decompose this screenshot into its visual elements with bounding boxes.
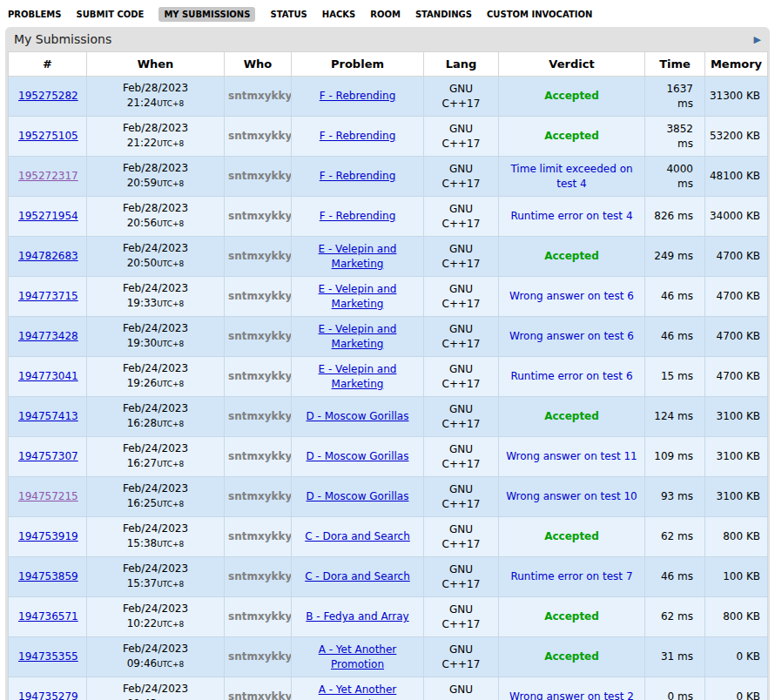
user-link[interactable]: sntmxykky (228, 530, 292, 542)
lang-text: GNU C++17 (438, 442, 485, 472)
submission-when-cell: Feb/24/2023 19:30UTC+8 (87, 317, 225, 357)
submission-when-cell: Feb/24/2023 20:50UTC+8 (87, 237, 225, 277)
submission-id-link[interactable]: 194753859 (18, 570, 78, 582)
problem-link[interactable]: E - Velepin and Marketing (319, 363, 397, 390)
problem-link[interactable]: E - Velepin and Marketing (319, 323, 397, 350)
problem-link[interactable]: A - Yet Another Promotion (319, 683, 397, 700)
submission-id-cell: 194753919 (9, 517, 87, 557)
problem-link[interactable]: E - Velepin and Marketing (319, 283, 397, 310)
submission-verdict-cell: Accepted (499, 637, 645, 677)
submission-id-link[interactable]: 194757413 (18, 410, 78, 422)
submission-verdict-cell: Accepted (499, 77, 645, 117)
nav-item-submit-code[interactable]: SUBMIT CODE (77, 10, 145, 19)
problem-link[interactable]: D - Moscow Gorillas (307, 410, 409, 422)
submission-lang-cell: GNU C++17 (424, 117, 499, 157)
submission-problem-cell: C - Dora and Search (292, 557, 424, 597)
submission-exec-time-cell: 46 ms (645, 317, 705, 357)
submission-exec-time-cell: 93 ms (645, 477, 705, 517)
submission-id-link[interactable]: 194757307 (18, 450, 78, 462)
submission-exec-time-cell: 46 ms (645, 557, 705, 597)
submission-problem-cell: E - Velepin and Marketing (292, 357, 424, 397)
submission-id-link[interactable]: 194735355 (18, 650, 78, 663)
problem-link[interactable]: D - Moscow Gorillas (307, 490, 409, 502)
submission-memory-cell: 100 KB (705, 557, 768, 597)
user-link[interactable]: sntmxykky (228, 90, 292, 102)
column-header-who: Who (225, 52, 292, 77)
submission-id-link[interactable]: 194736571 (18, 610, 78, 623)
submission-id-link[interactable]: 194757215 (18, 490, 78, 502)
nav-item-problems[interactable]: PROBLEMS (8, 10, 62, 19)
nav-item-room[interactable]: ROOM (370, 10, 401, 19)
submission-id-link[interactable]: 194773428 (18, 330, 78, 342)
problem-link[interactable]: C - Dora and Search (305, 570, 410, 582)
user-link[interactable]: sntmxykky (228, 490, 292, 502)
nav-item-my-submissions[interactable]: MY SUBMISSIONS (158, 7, 255, 22)
nav-item-standings[interactable]: STANDINGS (415, 10, 472, 19)
submission-exec-time-cell: 62 ms (645, 517, 705, 557)
user-link[interactable]: sntmxykky (228, 290, 292, 302)
submission-exec-time-cell: 46 ms (645, 277, 705, 317)
user-link[interactable]: sntmxykky (228, 210, 292, 222)
user-link[interactable]: sntmxykky (228, 650, 292, 663)
submission-lang-cell: GNU C++17 (424, 637, 499, 677)
nav-item-hacks[interactable]: HACKS (322, 10, 355, 19)
submission-id-cell: 194773041 (9, 357, 87, 397)
expand-arrow-icon[interactable]: ▶ (754, 34, 763, 45)
user-link[interactable]: sntmxykky (228, 610, 292, 623)
problem-link[interactable]: F - Rebrending (320, 130, 396, 142)
user-link[interactable]: sntmxykky (228, 410, 292, 422)
nav-item-custom-invocation[interactable]: CUSTOM INVOCATION (487, 10, 592, 19)
submission-memory-cell: 0 KB (705, 637, 768, 677)
submission-author-cell: sntmxykky (225, 357, 292, 397)
submission-memory-cell: 3100 KB (705, 477, 768, 517)
submission-id-cell: 194782683 (9, 237, 87, 277)
submission-lang-cell: GNU C++17 (424, 77, 499, 117)
user-link[interactable]: sntmxykky (228, 330, 292, 342)
submission-id-link[interactable]: 194782683 (18, 250, 78, 262)
submission-id-link[interactable]: 194735279 (18, 690, 78, 700)
user-link[interactable]: sntmxykky (228, 450, 292, 462)
submission-lang-cell: GNU C++17 (424, 677, 499, 700)
panel-title-bar: My Submissions ▶ (8, 30, 767, 51)
submission-id-link[interactable]: 195272317 (18, 170, 78, 182)
submission-lang-cell: GNU C++17 (424, 237, 499, 277)
submission-id-cell: 194757215 (9, 477, 87, 517)
problem-link[interactable]: E - Velepin and Marketing (319, 243, 397, 270)
submission-exec-time-cell: 0 ms (645, 677, 705, 700)
user-link[interactable]: sntmxykky (228, 690, 292, 700)
submission-author-cell: sntmxykky (225, 637, 292, 677)
problem-link[interactable]: D - Moscow Gorillas (307, 450, 409, 462)
submission-verdict-cell: Accepted (499, 597, 645, 637)
verdict-text: Accepted (544, 610, 599, 623)
problem-link[interactable]: A - Yet Another Promotion (319, 643, 397, 670)
user-link[interactable]: sntmxykky (228, 250, 292, 262)
submission-verdict-cell: Accepted (499, 397, 645, 437)
submission-author-cell: sntmxykky (225, 157, 292, 197)
user-link[interactable]: sntmxykky (228, 570, 292, 582)
problem-link[interactable]: F - Rebrending (320, 170, 396, 182)
submission-id-link[interactable]: 194753919 (18, 530, 78, 542)
submission-id-link[interactable]: 195271954 (18, 210, 78, 222)
submission-author-cell: sntmxykky (225, 197, 292, 237)
column-header-when: When (87, 52, 225, 77)
lang-text: GNU C++17 (438, 482, 485, 512)
problem-link[interactable]: F - Rebrending (320, 90, 396, 102)
problem-link[interactable]: F - Rebrending (320, 210, 396, 222)
table-row: 194753859 Feb/24/2023 15:37UTC+8 sntmxyk… (9, 557, 768, 597)
user-link[interactable]: sntmxykky (228, 370, 292, 382)
column-header-id: # (9, 52, 87, 77)
problem-link[interactable]: B - Fedya and Array (306, 610, 408, 623)
submission-lang-cell: GNU C++17 (424, 277, 499, 317)
submission-problem-cell: F - Rebrending (292, 117, 424, 157)
submission-id-link[interactable]: 194773715 (18, 290, 78, 302)
submission-memory-cell: 800 KB (705, 517, 768, 557)
problem-link[interactable]: C - Dora and Search (305, 530, 410, 542)
nav-item-status[interactable]: STATUS (270, 10, 307, 19)
user-link[interactable]: sntmxykky (228, 130, 292, 142)
submission-id-link[interactable]: 194773041 (18, 370, 78, 382)
submission-id-link[interactable]: 195275282 (18, 90, 78, 102)
user-link[interactable]: sntmxykky (228, 170, 292, 182)
submission-problem-cell: C - Dora and Search (292, 517, 424, 557)
submission-id-link[interactable]: 195275105 (18, 130, 78, 142)
submission-exec-time-cell: 249 ms (645, 237, 705, 277)
